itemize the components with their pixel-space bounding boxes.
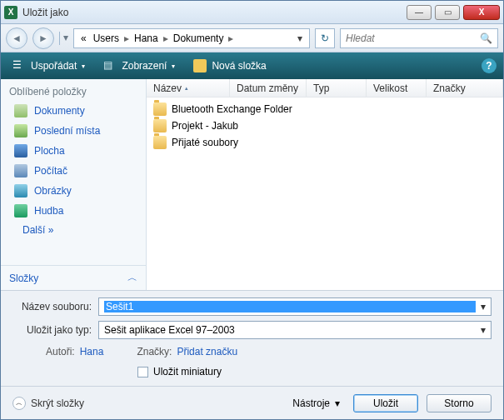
chevron-down-icon[interactable]: ▾ [476, 301, 486, 312]
hide-folders-button[interactable]: ︿ Skrýt složky [12, 397, 84, 410]
tags-label: Značky: [137, 346, 172, 358]
refresh-button[interactable]: ↻ [315, 28, 335, 48]
sidebar-item-label: Poslední místa [34, 125, 100, 137]
documents-icon [14, 104, 27, 118]
back-button[interactable]: ◄ [6, 28, 27, 49]
tags-value: Přidat značku [177, 346, 237, 358]
save-button[interactable]: Uložit [353, 394, 418, 412]
maximize-button[interactable]: ▭ [435, 5, 460, 20]
pictures-icon [14, 184, 27, 198]
sidebar-item-recent[interactable]: Poslední místa [1, 121, 146, 141]
filename-combo[interactable]: ▾ [98, 298, 492, 316]
save-thumbnail-label: Uložit miniatury [153, 366, 222, 378]
col-type[interactable]: Typ [307, 79, 367, 97]
sidebar-item-music[interactable]: Hudba [1, 201, 146, 221]
address-dropdown-button[interactable]: ▾ [294, 32, 306, 44]
views-label: Zobrazení [122, 60, 167, 72]
computer-icon [14, 164, 27, 178]
new-folder-label: Nová složka [212, 60, 266, 72]
filename-input[interactable] [104, 301, 476, 312]
chevron-right-icon: ▸ [122, 32, 131, 44]
arrow-left-icon: ◄ [12, 32, 22, 44]
chevron-down-icon: ▾ [335, 398, 340, 409]
breadcrumb-prefix: « [77, 32, 90, 44]
save-thumbnail-checkbox[interactable] [137, 367, 148, 378]
search-input[interactable] [346, 32, 480, 44]
authors-value: Hana [80, 346, 104, 358]
chevron-down-icon: ▾ [172, 62, 175, 70]
thumbnail-row: Uložit miniatury [12, 364, 492, 378]
col-name[interactable]: Název▴ [147, 79, 230, 97]
file-name: Bluetooth Exchange Folder [172, 103, 292, 115]
list-item[interactable]: Bluetooth Exchange Folder [147, 101, 503, 118]
folder-icon [193, 59, 207, 72]
sidebar-item-label: Obrázky [34, 185, 72, 197]
sidebar-item-label: Plocha [34, 145, 65, 157]
music-icon [14, 204, 27, 218]
organize-button[interactable]: Uspořádat ▾ [7, 57, 90, 75]
col-tags[interactable]: Značky [427, 79, 503, 97]
chevron-down-icon[interactable]: ▾ [476, 324, 486, 336]
address-bar[interactable]: « Users ▸ Hana ▸ Dokumenty ▸ ▾ [73, 28, 310, 48]
filetype-combo[interactable]: ▾ [98, 321, 492, 339]
toolbar: Uspořádat ▾ Zobrazení ▾ Nová složka ? [1, 52, 503, 79]
views-icon [103, 59, 117, 72]
tools-label: Nástroje [292, 398, 330, 409]
organize-label: Uspořádat [31, 60, 77, 72]
sidebar-item-label: Další » [22, 224, 53, 236]
folder-icon [153, 119, 167, 132]
folder-icon [153, 136, 167, 149]
breadcrumb-seg[interactable]: Dokumenty [170, 32, 227, 44]
cancel-button[interactable]: Storno [427, 394, 492, 412]
organize-icon [12, 59, 26, 72]
bottom-panel: Název souboru: ▾ Uložit jako typ: ▾ Auto… [1, 290, 503, 386]
folders-header[interactable]: Složky ︿ [1, 265, 146, 290]
filetype-input[interactable] [104, 324, 476, 336]
folders-label: Složky [9, 272, 38, 284]
footer: ︿ Skrýt složky Nástroje ▾ Uložit Storno [1, 386, 503, 419]
authors-field[interactable]: Autoři:Hana [46, 346, 103, 358]
sidebar-item-documents[interactable]: Dokumenty [1, 101, 146, 121]
col-modified[interactable]: Datum změny [230, 79, 307, 97]
new-folder-button[interactable]: Nová složka [188, 57, 271, 75]
excel-icon: X [4, 6, 17, 19]
tools-button[interactable]: Nástroje ▾ [287, 398, 345, 409]
favorites-header: Oblíbené položky [1, 79, 146, 101]
sidebar-item-pictures[interactable]: Obrázky [1, 181, 146, 201]
search-icon[interactable]: 🔍 [480, 32, 492, 44]
sidebar-item-computer[interactable]: Počítač [1, 161, 146, 181]
sidebar-item-label: Hudba [34, 205, 63, 217]
column-headers: Název▴ Datum změny Typ Velikost Značky [147, 79, 503, 98]
file-area: Název▴ Datum změny Typ Velikost Značky B… [147, 79, 503, 290]
desktop-icon [14, 144, 27, 158]
col-size[interactable]: Velikost [367, 79, 427, 97]
close-button[interactable]: X [463, 5, 500, 20]
file-name: Projekt - Jakub [172, 120, 238, 132]
list-item[interactable]: Projekt - Jakub [147, 118, 503, 134]
filetype-label: Uložit jako typ: [12, 324, 92, 336]
nav-bar: ◄ ► ▾ « Users ▸ Hana ▸ Dokumenty ▸ ▾ ↻ 🔍 [1, 24, 503, 52]
breadcrumb-seg[interactable]: Hana [131, 32, 162, 44]
search-box[interactable]: 🔍 [340, 28, 498, 48]
minimize-button[interactable]: — [407, 5, 432, 20]
sidebar-item-desktop[interactable]: Plocha [1, 141, 146, 161]
file-name: Přijaté soubory [172, 137, 238, 148]
authors-label: Autoři: [46, 346, 75, 358]
sidebar-item-more[interactable]: Další » [1, 221, 146, 239]
chevron-up-icon: ︿ [127, 271, 137, 285]
sidebar-item-label: Počítač [34, 165, 67, 177]
title-bar[interactable]: X Uložit jako — ▭ X [1, 1, 503, 24]
metadata-row: Autoři:Hana Značky:Přidat značku [12, 344, 492, 364]
chevron-right-icon: ▸ [227, 32, 235, 44]
help-button[interactable]: ? [482, 58, 497, 73]
views-button[interactable]: Zobrazení ▾ [98, 57, 180, 75]
forward-button[interactable]: ► [32, 28, 54, 49]
list-item[interactable]: Přijaté soubory [147, 134, 503, 151]
refresh-icon: ↻ [321, 32, 329, 44]
breadcrumb-seg[interactable]: Users [90, 32, 122, 44]
tags-field[interactable]: Značky:Přidat značku [137, 346, 237, 358]
hide-folders-label: Skrýt složky [31, 398, 84, 409]
recent-locations-button[interactable]: ▾ [59, 32, 68, 45]
window-title: Uložit jako [22, 7, 403, 18]
file-list[interactable]: Bluetooth Exchange Folder Projekt - Jaku… [147, 98, 503, 290]
